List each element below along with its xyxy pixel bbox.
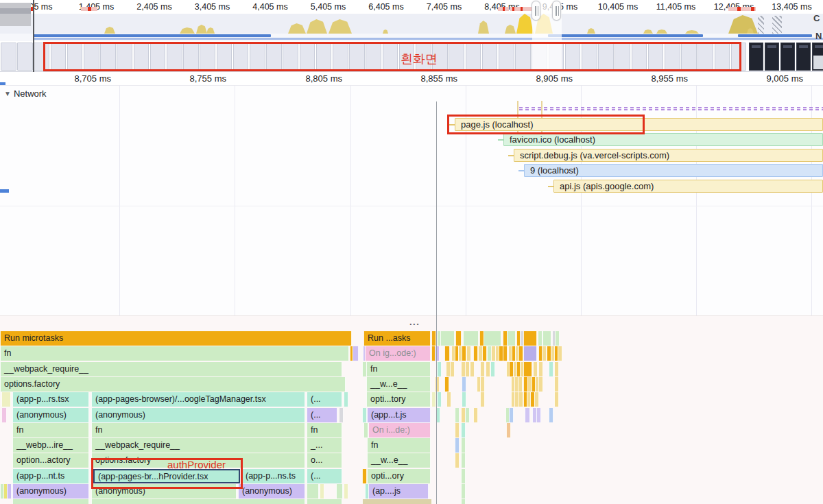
flame-sliver[interactable]: [518, 346, 523, 361]
flame-sliver[interactable]: [538, 377, 543, 392]
flame-sliver[interactable]: [437, 362, 442, 376]
flame-block[interactable]: (app-p...rs.tsx: [12, 392, 89, 407]
selection-handle-left[interactable]: [532, 1, 540, 21]
flame-sliver[interactable]: [484, 331, 501, 346]
flame-sliver[interactable]: [344, 484, 348, 499]
flame-block[interactable]: On ig...ode:): [365, 346, 431, 361]
flame-sliver[interactable]: [554, 377, 559, 392]
flame-block[interactable]: opti...ory: [367, 469, 431, 483]
flame-sliver[interactable]: [336, 484, 343, 499]
flame-block[interactable]: (app...t.js: [367, 408, 431, 422]
flame-sliver[interactable]: [554, 362, 559, 376]
flame-block[interactable]: (ap....js: [368, 484, 429, 499]
flame-sliver[interactable]: [503, 346, 508, 361]
flame-sliver[interactable]: [523, 346, 537, 361]
filmstrip-frame-screenshot[interactable]: [780, 43, 795, 71]
flame-sliver[interactable]: [437, 392, 442, 407]
flame-sliver[interactable]: [455, 423, 460, 437]
flame-sliver[interactable]: [542, 331, 551, 346]
flame-sliver[interactable]: [473, 408, 478, 422]
flame-sliver[interactable]: [463, 331, 479, 346]
flame-sliver[interactable]: [554, 392, 559, 407]
filmstrip-frame[interactable]: [1, 43, 16, 71]
flame-sliver[interactable]: [1, 408, 7, 422]
flame-sliver[interactable]: [461, 423, 466, 437]
flame-block[interactable]: _...: [307, 438, 342, 453]
filmstrip-frame-screenshot[interactable]: [796, 43, 811, 71]
flame-sliver[interactable]: [507, 331, 516, 346]
flame-sliver[interactable]: [518, 377, 523, 392]
filmstrip-frame-screenshot[interactable]: [749, 43, 763, 71]
flame-block[interactable]: fn: [366, 362, 431, 376]
selection-handle-right[interactable]: [552, 1, 561, 21]
flame-sliver[interactable]: [12, 499, 89, 504]
flame-sliver[interactable]: [320, 484, 324, 499]
flame-sliver[interactable]: [533, 362, 538, 376]
flame-sliver[interactable]: [480, 377, 485, 392]
flame-sliver[interactable]: [444, 377, 449, 392]
flame-sliver[interactable]: [461, 469, 466, 483]
flame-block[interactable]: (app-p...nt.ts: [12, 469, 89, 483]
flame-sliver[interactable]: [465, 408, 470, 422]
network-track-header[interactable]: ▼Network: [4, 88, 47, 99]
flame-block[interactable]: o...: [307, 453, 342, 468]
flame-block[interactable]: fn: [91, 423, 305, 437]
flame-block[interactable]: __webpack_require__: [91, 438, 305, 453]
flame-block[interactable]: opti...tory: [366, 392, 431, 407]
flame-sliver[interactable]: [470, 362, 475, 376]
flame-sliver[interactable]: [455, 453, 460, 468]
flame-sliver[interactable]: [542, 346, 547, 361]
filmstrip-frame-screenshot[interactable]: [765, 43, 779, 71]
network-request[interactable]: 9 (localhost): [0, 164, 823, 177]
flame-block[interactable]: (app-pages-browser)/...oogleTagManager.t…: [91, 392, 305, 407]
flame-sliver[interactable]: [339, 408, 344, 422]
flame-block[interactable]: (anonymous): [91, 408, 305, 422]
flame-block[interactable]: option...actory: [12, 453, 89, 468]
flame-block[interactable]: (anonymous): [238, 484, 305, 499]
flame-sliver[interactable]: [538, 362, 543, 376]
flame-sliver[interactable]: [555, 331, 560, 346]
flame-sliver[interactable]: [518, 392, 523, 407]
flame-sliver[interactable]: [534, 392, 539, 407]
flame-sliver[interactable]: [431, 331, 436, 346]
flame-sliver[interactable]: [482, 346, 487, 361]
flame-block[interactable]: fn: [367, 438, 431, 453]
flame-sliver[interactable]: [490, 362, 495, 376]
flame-sliver[interactable]: [1, 392, 11, 407]
flame-sliver[interactable]: [362, 408, 367, 422]
flame-block[interactable]: (anonymous): [12, 408, 89, 422]
flame-sliver[interactable]: [444, 346, 450, 361]
flame-sliver[interactable]: [7, 484, 12, 499]
flame-sliver[interactable]: [431, 392, 436, 407]
flame-sliver[interactable]: [523, 362, 532, 376]
flame-block[interactable]: __w...e__: [367, 453, 431, 468]
flame-sliver[interactable]: [344, 392, 348, 407]
flame-sliver[interactable]: [461, 484, 466, 499]
network-request[interactable]: api.js (apis.google.com): [0, 180, 823, 193]
flame-sliver[interactable]: [462, 392, 466, 407]
flame-sliver[interactable]: [462, 377, 466, 392]
flame-sliver[interactable]: [461, 438, 466, 453]
flame-sliver[interactable]: [525, 408, 530, 422]
flame-sliver[interactable]: [455, 408, 460, 422]
network-request[interactable]: page.js (localhost): [0, 118, 823, 131]
flame-sliver[interactable]: [307, 499, 342, 504]
flame-sliver[interactable]: [549, 362, 553, 376]
track-resize-handle[interactable]: ...: [409, 317, 420, 327]
filmstrip-frame-screenshot[interactable]: [812, 43, 823, 71]
network-request[interactable]: script.debug.js (va.vercel-scripts.com): [0, 149, 823, 162]
flame-sliver[interactable]: [480, 362, 485, 376]
flame-sliver[interactable]: [538, 331, 542, 346]
flame-sliver[interactable]: [462, 346, 466, 361]
flame-block[interactable]: __webpack_require__: [0, 362, 342, 376]
flame-sliver[interactable]: [523, 331, 537, 346]
flame-sliver[interactable]: [446, 392, 451, 407]
flame-block[interactable]: fn: [307, 423, 342, 437]
flame-sliver[interactable]: [549, 408, 553, 422]
flame-sliver[interactable]: [465, 362, 470, 376]
flame-block[interactable]: fn: [0, 346, 349, 361]
flame-sliver[interactable]: [536, 408, 541, 422]
flame-block[interactable]: (...: [307, 392, 342, 407]
flame-sliver[interactable]: [353, 346, 359, 361]
flame-block[interactable]: fn: [12, 423, 89, 437]
